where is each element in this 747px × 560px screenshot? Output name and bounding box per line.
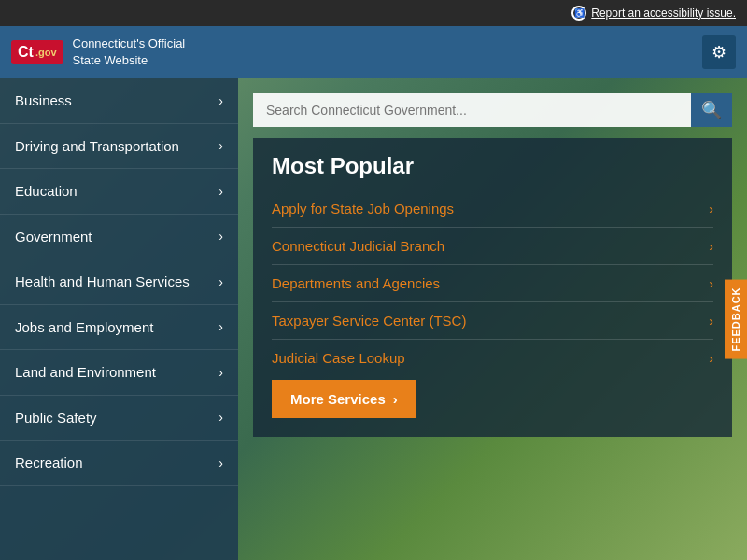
sidebar-label-land: Land and Environment <box>15 363 211 382</box>
popular-item-chevron-2: › <box>709 276 713 291</box>
more-services-label: More Services <box>290 391 386 407</box>
search-bar: 🔍 <box>253 93 732 127</box>
site-title-line2: State Website <box>73 52 186 69</box>
most-popular-title: Most Popular <box>272 153 713 179</box>
site-title-line1: Connecticut's Official <box>73 35 186 52</box>
sidebar-item-education[interactable]: Education› <box>0 169 238 215</box>
sidebar-label-education: Education <box>15 182 211 201</box>
sidebar-item-land[interactable]: Land and Environment› <box>0 350 238 396</box>
chevron-icon-health: › <box>218 274 223 289</box>
sidebar-item-jobs[interactable]: Jobs and Employment› <box>0 305 238 351</box>
popular-item-3[interactable]: Taxpayer Service Center (TSC)› <box>272 302 713 340</box>
logo-ct: Ct <box>18 44 34 61</box>
chevron-icon-business: › <box>218 93 223 108</box>
search-input[interactable] <box>253 93 691 127</box>
most-popular-card: Most Popular Apply for State Job Opening… <box>253 138 732 437</box>
logo-area[interactable]: Ct .gov Connecticut's Official State Web… <box>11 35 185 69</box>
logo-badge: Ct .gov <box>11 40 63 64</box>
chevron-icon-jobs: › <box>218 319 223 334</box>
main-area: Business›Driving and Transportation›Educ… <box>0 78 747 560</box>
popular-item-chevron-4: › <box>709 351 713 366</box>
sidebar: Business›Driving and Transportation›Educ… <box>0 78 238 560</box>
sidebar-label-health: Health and Human Services <box>15 273 211 291</box>
sidebar-item-recreation[interactable]: Recreation› <box>0 441 238 486</box>
sidebar-item-health[interactable]: Health and Human Services› <box>0 259 238 305</box>
top-bar: ♿ Report an accessibility issue. <box>0 0 747 26</box>
sidebar-label-safety: Public Safety <box>15 409 211 427</box>
accessibility-text: Report an accessibility issue. <box>591 7 736 20</box>
chevron-icon-government: › <box>218 229 223 244</box>
popular-item-1[interactable]: Connecticut Judicial Branch› <box>272 228 713 265</box>
popular-item-label-3: Taxpayer Service Center (TSC) <box>272 313 466 329</box>
popular-item-label-0: Apply for State Job Openings <box>272 201 454 217</box>
sidebar-item-government[interactable]: Government› <box>0 215 238 260</box>
gear-icon: ⚙ <box>712 42 726 63</box>
search-icon: 🔍 <box>701 100 722 120</box>
sidebar-label-jobs: Jobs and Employment <box>15 318 211 337</box>
more-services-chevron: › <box>393 391 398 407</box>
popular-item-4[interactable]: Judicial Case Lookup› <box>272 340 713 376</box>
accessibility-link[interactable]: ♿ Report an accessibility issue. <box>571 6 736 21</box>
search-button[interactable]: 🔍 <box>691 93 732 127</box>
sidebar-label-business: Business <box>15 91 211 110</box>
chevron-icon-land: › <box>218 365 223 380</box>
popular-item-label-4: Judicial Case Lookup <box>272 350 405 366</box>
popular-items-list: Apply for State Job Openings›Connecticut… <box>272 190 713 376</box>
popular-item-2[interactable]: Departments and Agencies› <box>272 265 713 302</box>
sidebar-label-government: Government <box>15 228 211 246</box>
chevron-icon-recreation: › <box>218 455 223 470</box>
sidebar-label-recreation: Recreation <box>15 454 211 472</box>
popular-item-label-1: Connecticut Judicial Branch <box>272 238 444 254</box>
accessibility-icon: ♿ <box>571 6 586 21</box>
settings-button[interactable]: ⚙ <box>702 35 736 69</box>
chevron-icon-driving: › <box>218 138 223 153</box>
chevron-icon-safety: › <box>218 410 223 425</box>
popular-item-chevron-0: › <box>709 202 713 217</box>
popular-item-chevron-3: › <box>709 314 713 329</box>
sidebar-item-driving[interactable]: Driving and Transportation› <box>0 124 238 170</box>
popular-item-0[interactable]: Apply for State Job Openings› <box>272 190 713 228</box>
main-panel: 🔍 Most Popular Apply for State Job Openi… <box>238 78 747 560</box>
header: Ct .gov Connecticut's Official State Web… <box>0 26 747 78</box>
sidebar-label-driving: Driving and Transportation <box>15 137 211 156</box>
sidebar-item-safety[interactable]: Public Safety› <box>0 396 238 441</box>
popular-item-chevron-1: › <box>709 239 713 254</box>
chevron-icon-education: › <box>218 184 223 199</box>
feedback-tab[interactable]: FEEDBACK <box>725 279 747 358</box>
feedback-label: FEEDBACK <box>730 287 741 351</box>
more-services-button[interactable]: More Services › <box>272 380 416 418</box>
site-title: Connecticut's Official State Website <box>73 35 186 69</box>
popular-item-label-2: Departments and Agencies <box>272 275 440 291</box>
sidebar-item-business[interactable]: Business› <box>0 78 238 124</box>
logo-gov: .gov <box>35 47 57 58</box>
